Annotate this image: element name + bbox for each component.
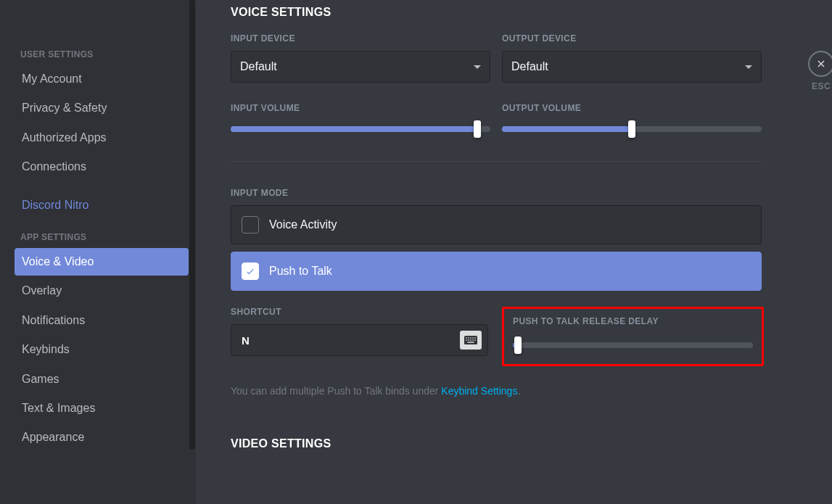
video-settings-title: VIDEO SETTINGS xyxy=(231,437,762,450)
ptt-delay-slider[interactable] xyxy=(513,336,753,354)
sidebar-item-authorized-apps[interactable]: Authorized Apps xyxy=(15,124,189,152)
esc-label: ESC xyxy=(812,81,831,91)
checkbox-icon xyxy=(242,216,259,234)
svg-rect-5 xyxy=(474,337,476,339)
svg-rect-9 xyxy=(472,339,474,341)
slider-thumb[interactable] xyxy=(628,120,635,138)
sidebar-item-games[interactable]: Games xyxy=(15,365,189,393)
sidebar-item-text-images[interactable]: Text & Images xyxy=(15,394,189,422)
input-volume-slider[interactable] xyxy=(231,120,490,138)
svg-rect-3 xyxy=(470,337,471,339)
output-device-value: Default xyxy=(511,60,548,73)
option-label: Voice Activity xyxy=(269,218,337,231)
close-button[interactable] xyxy=(808,51,832,77)
sidebar-item-keybinds[interactable]: Keybinds xyxy=(15,336,189,363)
input-volume-label: INPUT VOLUME xyxy=(231,103,490,113)
svg-rect-6 xyxy=(466,339,467,341)
output-device-dropdown[interactable]: Default xyxy=(502,51,762,83)
svg-rect-11 xyxy=(468,342,474,343)
sidebar-item-appearance[interactable]: Appearance xyxy=(15,424,189,451)
shortcut-value: N xyxy=(242,334,250,347)
ptt-delay-label: PUSH TO TALK RELEASE DELAY xyxy=(513,316,753,326)
chevron-down-icon xyxy=(745,65,752,69)
shortcut-input[interactable]: N xyxy=(231,324,488,356)
input-device-label: INPUT DEVICE xyxy=(231,33,490,44)
svg-rect-10 xyxy=(474,339,476,341)
keybind-settings-link[interactable]: Keybind Settings xyxy=(441,385,517,397)
close-icon xyxy=(815,58,827,70)
chevron-down-icon xyxy=(474,65,481,69)
sidebar-header-user: USER SETTINGS xyxy=(15,44,189,64)
output-device-label: OUTPUT DEVICE xyxy=(502,33,762,44)
keyboard-icon[interactable] xyxy=(460,331,482,350)
input-mode-label: INPUT MODE xyxy=(231,188,762,198)
sidebar-item-voice-video[interactable]: Voice & Video xyxy=(15,248,189,276)
sidebar-item-my-account[interactable]: My Account xyxy=(15,65,189,93)
sidebar-scrollbar-thumb[interactable] xyxy=(189,0,195,450)
divider xyxy=(231,161,762,162)
sidebar-item-notifications[interactable]: Notifications xyxy=(15,307,189,334)
shortcut-label: SHORTCUT xyxy=(231,307,488,317)
checkbox-checked-icon xyxy=(242,263,259,280)
svg-rect-8 xyxy=(470,339,471,341)
slider-thumb[interactable] xyxy=(514,336,522,354)
sidebar-item-connections[interactable]: Connections xyxy=(15,153,189,181)
ptt-delay-highlight: PUSH TO TALK RELEASE DELAY xyxy=(502,307,764,366)
sidebar-item-discord-nitro[interactable]: Discord Nitro xyxy=(15,191,189,219)
sidebar-header-app: APP SETTINGS xyxy=(15,226,189,247)
settings-content: VOICE SETTINGS INPUT DEVICE Default OUTP… xyxy=(196,0,791,504)
svg-rect-4 xyxy=(472,337,474,339)
svg-rect-7 xyxy=(468,339,469,341)
sidebar-item-privacy-safety[interactable]: Privacy & Safety xyxy=(15,94,189,122)
input-device-dropdown[interactable]: Default xyxy=(231,51,490,83)
sidebar-item-overlay[interactable]: Overlay xyxy=(15,277,189,305)
slider-thumb[interactable] xyxy=(474,120,481,138)
option-label: Push to Talk xyxy=(269,265,332,278)
voice-settings-title: VOICE SETTINGS xyxy=(231,6,762,19)
output-volume-label: OUTPUT VOLUME xyxy=(502,103,762,113)
input-mode-push-to-talk[interactable]: Push to Talk xyxy=(231,252,762,291)
svg-rect-1 xyxy=(466,337,467,339)
input-mode-voice-activity[interactable]: Voice Activity xyxy=(231,205,762,244)
input-device-value: Default xyxy=(240,60,277,73)
output-volume-slider[interactable] xyxy=(502,120,762,138)
settings-sidebar: USER SETTINGS My Account Privacy & Safet… xyxy=(0,0,196,504)
svg-rect-2 xyxy=(468,337,469,339)
ptt-hint: You can add multiple Push to Talk binds … xyxy=(231,385,762,397)
